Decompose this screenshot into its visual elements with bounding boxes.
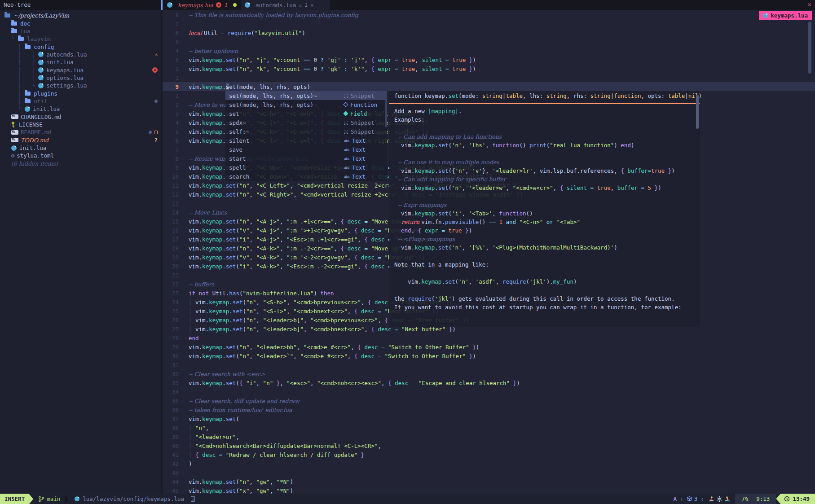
editor-line[interactable]: 39│ "<leader>ur", [163, 432, 815, 441]
line-number: 24 [163, 299, 179, 306]
editor-line[interactable]: 38│ "n", [163, 423, 815, 432]
tree-item[interactable]: │ │ autocmds.lua⚠ [0, 51, 161, 58]
editor-line[interactable]: 32-- Clear search with <esc> [163, 369, 815, 378]
editor-line[interactable]: 28end [163, 333, 815, 342]
completion-kind: Snippet [351, 92, 374, 99]
popup-scrollbar-thumb[interactable] [385, 91, 387, 127]
tab-autocmds[interactable]: autocmds.lua ⚠ 1 × [241, 0, 330, 10]
line-number: 44 [163, 478, 179, 485]
tree-item-label: CHANGELOG.md [21, 114, 61, 120]
doc-line: vim.keymap.set('n', 'asdf', require('jkl… [389, 277, 700, 286]
completion-item[interactable]: set(mode, lhs, rhs, opts)Function [225, 100, 387, 109]
line-number: 29 [163, 344, 179, 351]
editor-line[interactable]: 8-- This file is automatically loaded by… [163, 10, 815, 19]
editor-line[interactable]: 29vim.keymap.set("n", "<leader>bb", "<cm… [163, 342, 815, 351]
branch-name: main [47, 495, 60, 502]
editor-line[interactable]: 44vim.keymap.set("n", "gw", "*N") [163, 477, 815, 486]
editor-line[interactable]: 45vim.keymap.set("x", "gw", "*N") [163, 486, 815, 494]
editor-line[interactable]: 42) [163, 459, 815, 468]
tree-item[interactable]: ~/projects/LazyVim [0, 12, 161, 19]
error-icon: × [152, 67, 158, 73]
close-icon[interactable]: × [310, 2, 314, 9]
tree-item-label: init.lua [46, 59, 73, 66]
completion-kind: Text [352, 155, 366, 162]
editor-line[interactable]: 1 [163, 73, 815, 82]
editor-line[interactable]: 3vim.keymap.set("n", "j", "v:count == 0 … [163, 55, 815, 64]
close-all-icon[interactable]: × [808, 1, 811, 8]
package-icon [687, 496, 692, 502]
line-number: 22 [163, 281, 179, 288]
text-kind-icon: abc [344, 139, 349, 143]
folder-icon [25, 99, 31, 103]
markdown-icon [11, 114, 18, 119]
editor-line[interactable]: 31 [163, 360, 815, 369]
tree-item[interactable]: TODO.md? [0, 136, 161, 144]
tree-item[interactable]: (6 hidden items) [0, 160, 161, 167]
tree-item[interactable]: │ └ settings.lua [0, 82, 161, 89]
completion-label: start [229, 155, 246, 162]
tree-item[interactable]: doc [0, 19, 161, 27]
tree-item[interactable]: CHANGELOG.md [0, 113, 161, 120]
tree-item[interactable]: README.md [0, 128, 161, 136]
editor-line[interactable]: 40│ "<Cmd>nohlsearch<Bar>diffupdate<Bar>… [163, 441, 815, 450]
file-path[interactable]: lua/lazyvim/config/keymaps.lua [75, 495, 195, 502]
completion-item[interactable]: searchabcText [225, 172, 387, 181]
editor-line[interactable]: 5 [163, 37, 815, 46]
code-text: vim.keymap.set("n", "<A-j>", ":m .+1<cr>… [189, 218, 419, 225]
line-number: 17 [163, 236, 179, 243]
editor-line[interactable]: 7 [163, 19, 815, 28]
editor-line[interactable]: 30vim.keymap.set("n", "<leader>`", "<cmd… [163, 351, 815, 360]
completion-item[interactable]: silentabcText [225, 136, 387, 145]
git-branch[interactable]: main [39, 495, 60, 502]
tree-item[interactable]: init.lua [0, 144, 161, 152]
tree-item[interactable]: LICENSE [0, 121, 161, 128]
completion-item[interactable]: set(mode, lhs, rhs, opts)~Snippet [225, 91, 387, 100]
editor-line[interactable]: 6local Util = require("lazyvim.util") [163, 28, 815, 37]
tree-item[interactable]: lua [0, 27, 161, 35]
line-number: 1 [163, 75, 179, 81]
line-number: 7 [163, 21, 179, 27]
tree-item-label: lua [20, 28, 31, 35]
line-number: 23 [163, 290, 179, 297]
editor-line[interactable]: 4-- better up/down [163, 46, 815, 55]
line-number: 13 [163, 200, 179, 207]
completion-item[interactable]: spellabcText [225, 163, 387, 172]
doc-scrollbar-thumb[interactable] [696, 95, 699, 129]
completion-item[interactable]: saveabcText [225, 145, 387, 154]
editor-line[interactable]: 37vim.keymap.set( [163, 414, 815, 423]
code-text: │ { desc = "Redraw / clear hlsearch / di… [189, 451, 364, 458]
editor-line[interactable]: 2vim.keymap.set("n", "k", "v:count == 0 … [163, 64, 815, 73]
tree-item[interactable]: │ │ options.lua [0, 74, 161, 82]
editor-scrollbar-thumb[interactable] [808, 22, 811, 74]
snowboarder-icon [724, 496, 731, 502]
editor-line[interactable]: 36-- taken from runtime/lua/_editor.lua [163, 405, 815, 414]
tree-item[interactable]: └ lazyvim [0, 35, 161, 43]
line-number: 12 [163, 191, 179, 198]
editor-line[interactable]: 41│ { desc = "Redraw / clear hlsearch / … [163, 450, 815, 459]
tree-item[interactable]: ⚙stylua.toml [0, 152, 161, 159]
tree-item-label: config [34, 44, 54, 50]
line-number: 38 [163, 425, 179, 431]
tree-item[interactable]: │ config [0, 43, 161, 50]
line-number: 3 [163, 110, 179, 117]
editor-line[interactable]: 35-- Clear search, diff update and redra… [163, 396, 815, 405]
tree-item[interactable]: │ │ init.lua [0, 58, 161, 66]
tree-item[interactable]: │ plugins [0, 89, 161, 97]
editor-line[interactable]: 9vim.keymap.set(mode, lhs, rhs, opts) [163, 82, 815, 91]
completion-item[interactable]: self:~Snippet [225, 127, 387, 136]
editor-line[interactable]: 33vim.keymap.set({ "i", "n" }, "<esc>", … [163, 378, 815, 387]
completion-item[interactable]: startabcText [225, 154, 387, 163]
folder-open-icon [18, 37, 24, 41]
tree-item[interactable]: │ │ keymaps.lua× [0, 66, 161, 74]
tabline: Neo-tree keymaps.lua × 1 autocmds.lua ⚠ … [0, 0, 815, 10]
winbar-filename: keymaps.lua [771, 12, 808, 19]
editor-line[interactable]: 34 [163, 387, 815, 396]
tree-item[interactable]: └ init.lua [0, 105, 161, 113]
tab-keymaps[interactable]: keymaps.lua × 1 [167, 0, 228, 10]
completion-item[interactable]: setField [225, 109, 387, 118]
line-number: 14 [163, 209, 179, 216]
completion-item[interactable]: spdx~Snippet [225, 118, 387, 127]
tree-item[interactable]: │ util [0, 97, 161, 105]
editor-line[interactable]: 43 [163, 468, 815, 477]
warning-count: 1 [304, 2, 308, 8]
